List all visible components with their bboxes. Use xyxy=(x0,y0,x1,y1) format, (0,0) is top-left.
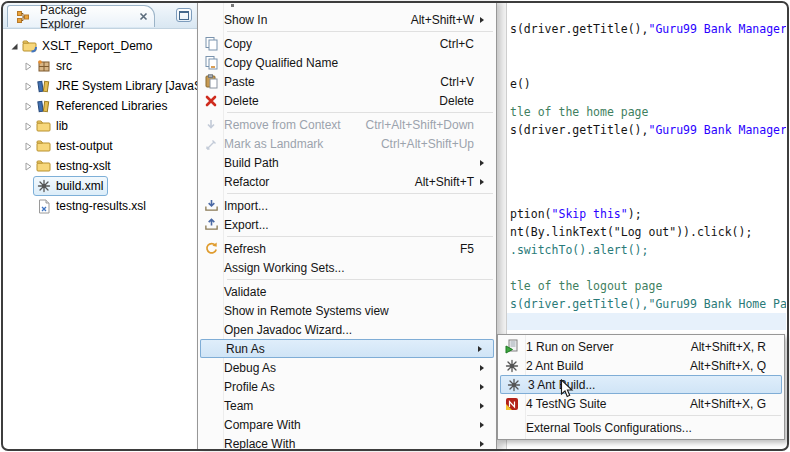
tree-item-src[interactable]: src xyxy=(3,56,197,76)
xsl-file-icon xyxy=(35,198,52,214)
code-line: s(driver.getTitle(),"Guru99 Bank Home Pa… xyxy=(510,297,786,311)
folder-icon xyxy=(35,118,52,134)
ant-icon xyxy=(498,359,526,373)
menu-item-export[interactable]: Export... xyxy=(198,215,496,234)
expander-collapsed-icon[interactable] xyxy=(24,82,35,91)
menu-item-mark-as-landmark[interactable]: Mark as Landmark Ctrl+Alt+Shift+Up xyxy=(198,134,496,153)
tree-item-project[interactable]: XSLT_Report_Demo xyxy=(3,36,197,56)
minimize-button[interactable] xyxy=(176,8,192,22)
run-as-submenu: 1 Run on Server Alt+Shift+X, R 2 Ant Bui… xyxy=(497,334,785,440)
menu-item-replace-with[interactable]: Replace With xyxy=(198,434,496,452)
expander-collapsed-icon[interactable] xyxy=(24,62,35,71)
paste-icon xyxy=(198,74,224,89)
menu-item-import[interactable]: Import... xyxy=(198,196,496,215)
menu-item-remove-from-context[interactable]: Remove from Context Ctrl+Alt+Shift+Down xyxy=(198,115,496,134)
submenu-arrow-icon xyxy=(478,346,482,352)
tree-item-testng-results[interactable]: testng-results.xsl xyxy=(3,196,197,216)
menu-item-assign-working-sets[interactable]: Assign Working Sets... xyxy=(198,258,496,277)
menu-item-show-in[interactable]: Show In Alt+Shift+W xyxy=(198,10,496,29)
package-explorer-panel: Package Explorer XSLT_Report_Demo src xyxy=(3,3,197,449)
code-line: e() xyxy=(510,77,531,91)
code-line: nt(By.linkText("Log out")).click(); xyxy=(510,225,752,239)
tab-package-explorer[interactable]: Package Explorer xyxy=(7,5,155,27)
submenu-item-external-tools-configurations[interactable]: External Tools Configurations... xyxy=(498,418,784,437)
submenu-arrow-icon xyxy=(480,17,484,23)
run-on-server-icon xyxy=(498,339,526,354)
tree-label: XSLT_Report_Demo xyxy=(42,39,153,53)
tree-label: Referenced Libraries xyxy=(56,99,167,113)
copy-qualified-icon xyxy=(198,55,224,70)
menu-item-copy[interactable]: Copy Ctrl+C xyxy=(198,34,496,53)
java-project-icon xyxy=(21,38,38,54)
tree-item-test-output[interactable]: test-output xyxy=(3,136,197,156)
expander-collapsed-icon[interactable] xyxy=(24,162,35,171)
submenu-arrow-icon xyxy=(480,422,484,428)
tree-item-testng-xslt[interactable]: testng-xslt xyxy=(3,156,197,176)
copy-icon xyxy=(198,36,224,51)
submenu-item-run-on-server[interactable]: 1 Run on Server Alt+Shift+X, R xyxy=(498,337,784,356)
menu-item-validate[interactable]: Validate xyxy=(198,282,496,301)
menu-item-debug-as[interactable]: Debug As xyxy=(198,358,496,377)
tree-label: testng-results.xsl xyxy=(56,199,146,213)
selected-item-highlight: build.xml xyxy=(33,176,108,196)
minimize-icon xyxy=(179,11,189,20)
tree-label: testng-xslt xyxy=(56,159,111,173)
submenu-arrow-icon xyxy=(480,160,484,166)
close-icon[interactable] xyxy=(139,10,148,24)
code-line: tle of the logout page xyxy=(510,279,662,293)
mouse-cursor xyxy=(560,379,574,403)
expander-collapsed-icon[interactable] xyxy=(24,142,35,151)
clipped-menu-item xyxy=(198,2,496,10)
tree-label: lib xyxy=(56,119,68,133)
menu-item-profile-as[interactable]: Profile As xyxy=(198,377,496,396)
submenu-arrow-icon xyxy=(480,365,484,371)
menu-item-open-javadoc-wizard[interactable]: Open Javadoc Wizard... xyxy=(198,320,496,339)
menu-item-build-path[interactable]: Build Path xyxy=(198,153,496,172)
library-icon xyxy=(35,78,52,94)
folder-icon xyxy=(35,158,52,174)
context-menu: Show In Alt+Shift+W Copy Ctrl+C Copy Qua… xyxy=(197,2,497,450)
submenu-arrow-icon xyxy=(480,441,484,447)
menu-item-show-in-remote-systems-view[interactable]: Show in Remote Systems view xyxy=(198,301,496,320)
submenu-item-testng-suite[interactable]: 4 TestNG Suite Alt+Shift+X, G xyxy=(498,394,784,413)
source-package-icon xyxy=(35,58,52,74)
tree-item-lib[interactable]: lib xyxy=(3,116,197,136)
tree-label: src xyxy=(56,59,72,73)
code-line: .switchTo().alert(); xyxy=(510,243,648,257)
submenu-arrow-icon xyxy=(480,384,484,390)
code-line: tle of the home page xyxy=(510,105,648,119)
menu-item-refresh[interactable]: Refresh F5 xyxy=(198,239,496,258)
import-icon xyxy=(198,198,224,213)
tree-label: JRE System Library [JavaSE-1.6] xyxy=(56,79,197,93)
menu-item-paste[interactable]: Paste Ctrl+V xyxy=(198,72,496,91)
ant-icon xyxy=(35,178,52,194)
submenu-item-ant-build-3[interactable]: 3 Ant Build... xyxy=(500,375,782,394)
folder-icon xyxy=(35,138,52,154)
menu-item-compare-with[interactable]: Compare With xyxy=(198,415,496,434)
expander-expanded-icon[interactable] xyxy=(10,42,21,51)
tab-title: Package Explorer xyxy=(40,3,134,31)
mark-landmark-icon xyxy=(198,137,224,151)
delete-icon xyxy=(198,94,224,108)
expander-collapsed-icon[interactable] xyxy=(24,102,35,111)
tree-label: test-output xyxy=(56,139,113,153)
code-line: s(driver.getTitle(),"Guru99 Bank Manager… xyxy=(510,22,786,36)
menu-item-refactor[interactable]: Refactor Alt+Shift+T xyxy=(198,172,496,191)
remove-context-icon xyxy=(198,118,224,132)
menu-item-copy-qualified-name[interactable]: Copy Qualified Name xyxy=(198,53,496,72)
tree-label: build.xml xyxy=(56,179,103,193)
export-icon xyxy=(198,217,224,232)
tree-item-jre-library[interactable]: JRE System Library [JavaSE-1.6] xyxy=(3,76,197,96)
menu-item-delete[interactable]: Delete Delete xyxy=(198,91,496,110)
menu-item-team[interactable]: Team xyxy=(198,396,496,415)
eclipse-window: s(driver.getTitle(),"Guru99 Bank Manager… xyxy=(0,0,790,452)
code-line: s(driver.getTitle(),"Guru99 Bank Manager… xyxy=(510,123,786,137)
submenu-item-ant-build-2[interactable]: 2 Ant Build Alt+Shift+X, Q xyxy=(498,356,784,375)
tree-item-referenced-libraries[interactable]: Referenced Libraries xyxy=(3,96,197,116)
expander-collapsed-icon[interactable] xyxy=(24,122,35,131)
code-line: ption("Skip this"); xyxy=(510,207,642,221)
tree-item-build-xml[interactable]: build.xml xyxy=(3,176,197,196)
menu-item-run-as[interactable]: Run As xyxy=(200,339,494,358)
package-explorer-icon xyxy=(14,9,31,25)
submenu-arrow-icon xyxy=(480,403,484,409)
